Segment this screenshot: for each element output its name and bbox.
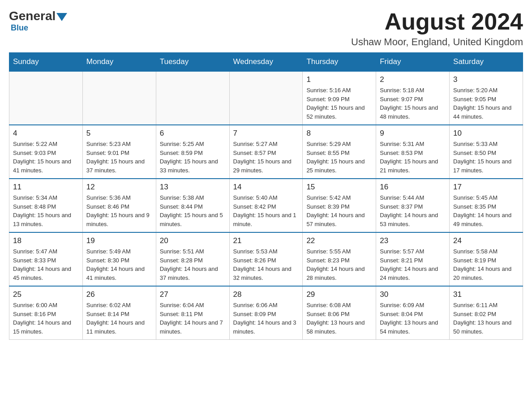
day-number: 8 bbox=[306, 129, 372, 138]
calendar-day-cell: 3Sunrise: 5:20 AMSunset: 9:05 PMDaylight… bbox=[450, 71, 523, 125]
day-number: 9 bbox=[380, 129, 446, 138]
day-number: 26 bbox=[86, 290, 152, 299]
day-info: Sunrise: 6:02 AMSunset: 8:14 PMDaylight:… bbox=[86, 301, 152, 336]
calendar-day-cell: 22Sunrise: 5:55 AMSunset: 8:23 PMDayligh… bbox=[303, 232, 376, 286]
day-number: 28 bbox=[233, 290, 299, 299]
location-text: Ushaw Moor, England, United Kingdom bbox=[351, 36, 523, 48]
day-info: Sunrise: 5:49 AMSunset: 8:30 PMDaylight:… bbox=[86, 247, 152, 282]
day-number: 25 bbox=[13, 290, 79, 299]
day-info: Sunrise: 5:33 AMSunset: 8:50 PMDaylight:… bbox=[453, 140, 519, 175]
logo: General Blue bbox=[9, 9, 68, 33]
day-info: Sunrise: 6:11 AMSunset: 8:02 PMDaylight:… bbox=[453, 301, 519, 336]
day-number: 15 bbox=[306, 183, 372, 192]
day-number: 5 bbox=[86, 129, 152, 138]
logo-general-text: General bbox=[9, 9, 56, 23]
day-info: Sunrise: 5:31 AMSunset: 8:53 PMDaylight:… bbox=[380, 140, 446, 175]
calendar-day-cell: 27Sunrise: 6:04 AMSunset: 8:11 PMDayligh… bbox=[156, 286, 229, 340]
month-title: August 2024 bbox=[351, 9, 523, 34]
logo-triangle-icon bbox=[56, 13, 67, 21]
day-number: 31 bbox=[453, 290, 519, 299]
calendar-day-cell: 21Sunrise: 5:53 AMSunset: 8:26 PMDayligh… bbox=[229, 232, 303, 286]
day-number: 24 bbox=[453, 236, 519, 245]
calendar-day-cell bbox=[229, 71, 303, 125]
day-info: Sunrise: 6:08 AMSunset: 8:06 PMDaylight:… bbox=[306, 301, 372, 336]
calendar-week-row: 1Sunrise: 5:16 AMSunset: 9:09 PMDaylight… bbox=[9, 71, 523, 125]
calendar-day-cell: 8Sunrise: 5:29 AMSunset: 8:55 PMDaylight… bbox=[303, 125, 376, 179]
day-number: 16 bbox=[380, 183, 446, 192]
calendar-day-cell: 17Sunrise: 5:45 AMSunset: 8:35 PMDayligh… bbox=[450, 179, 523, 232]
day-info: Sunrise: 6:00 AMSunset: 8:16 PMDaylight:… bbox=[13, 301, 79, 336]
day-info: Sunrise: 5:20 AMSunset: 9:05 PMDaylight:… bbox=[453, 86, 519, 121]
calendar-day-cell: 15Sunrise: 5:42 AMSunset: 8:39 PMDayligh… bbox=[303, 179, 376, 232]
calendar-week-row: 4Sunrise: 5:22 AMSunset: 9:03 PMDaylight… bbox=[9, 125, 523, 179]
header-sunday: Sunday bbox=[9, 53, 83, 72]
calendar-header-row: Sunday Monday Tuesday Wednesday Thursday… bbox=[9, 53, 523, 72]
calendar-week-row: 18Sunrise: 5:47 AMSunset: 8:33 PMDayligh… bbox=[9, 232, 523, 286]
calendar-day-cell: 31Sunrise: 6:11 AMSunset: 8:02 PMDayligh… bbox=[450, 286, 523, 340]
day-info: Sunrise: 5:27 AMSunset: 8:57 PMDaylight:… bbox=[233, 140, 299, 175]
header-wednesday: Wednesday bbox=[229, 53, 303, 72]
header-monday: Monday bbox=[82, 53, 156, 72]
header-saturday: Saturday bbox=[450, 53, 523, 72]
calendar-day-cell: 6Sunrise: 5:25 AMSunset: 8:59 PMDaylight… bbox=[156, 125, 229, 179]
calendar-day-cell: 13Sunrise: 5:38 AMSunset: 8:44 PMDayligh… bbox=[156, 179, 229, 232]
day-number: 6 bbox=[160, 129, 226, 138]
calendar-day-cell bbox=[82, 71, 156, 125]
day-info: Sunrise: 5:58 AMSunset: 8:19 PMDaylight:… bbox=[453, 247, 519, 282]
calendar-day-cell: 24Sunrise: 5:58 AMSunset: 8:19 PMDayligh… bbox=[450, 232, 523, 286]
calendar-day-cell: 10Sunrise: 5:33 AMSunset: 8:50 PMDayligh… bbox=[450, 125, 523, 179]
logo-blue-text: Blue bbox=[11, 23, 68, 33]
day-number: 23 bbox=[380, 236, 446, 245]
calendar-day-cell: 4Sunrise: 5:22 AMSunset: 9:03 PMDaylight… bbox=[9, 125, 83, 179]
day-number: 30 bbox=[380, 290, 446, 299]
title-section: August 2024 Ushaw Moor, England, United … bbox=[351, 9, 523, 48]
day-number: 18 bbox=[13, 236, 79, 245]
calendar-table: Sunday Monday Tuesday Wednesday Thursday… bbox=[9, 52, 523, 340]
header-thursday: Thursday bbox=[303, 53, 376, 72]
day-info: Sunrise: 5:23 AMSunset: 9:01 PMDaylight:… bbox=[86, 140, 152, 175]
day-number: 20 bbox=[160, 236, 226, 245]
day-info: Sunrise: 5:34 AMSunset: 8:48 PMDaylight:… bbox=[13, 193, 79, 228]
day-info: Sunrise: 5:42 AMSunset: 8:39 PMDaylight:… bbox=[306, 193, 372, 228]
day-info: Sunrise: 5:47 AMSunset: 8:33 PMDaylight:… bbox=[13, 247, 79, 282]
calendar-day-cell: 9Sunrise: 5:31 AMSunset: 8:53 PMDaylight… bbox=[376, 125, 450, 179]
header-tuesday: Tuesday bbox=[156, 53, 229, 72]
calendar-day-cell: 20Sunrise: 5:51 AMSunset: 8:28 PMDayligh… bbox=[156, 232, 229, 286]
day-info: Sunrise: 5:18 AMSunset: 9:07 PMDaylight:… bbox=[380, 86, 446, 121]
day-number: 11 bbox=[13, 183, 79, 192]
day-number: 13 bbox=[160, 183, 226, 192]
calendar-day-cell: 19Sunrise: 5:49 AMSunset: 8:30 PMDayligh… bbox=[82, 232, 156, 286]
calendar-day-cell: 30Sunrise: 6:09 AMSunset: 8:04 PMDayligh… bbox=[376, 286, 450, 340]
day-info: Sunrise: 5:25 AMSunset: 8:59 PMDaylight:… bbox=[160, 140, 226, 175]
calendar-day-cell: 1Sunrise: 5:16 AMSunset: 9:09 PMDaylight… bbox=[303, 71, 376, 125]
day-info: Sunrise: 5:53 AMSunset: 8:26 PMDaylight:… bbox=[233, 247, 299, 282]
day-info: Sunrise: 6:09 AMSunset: 8:04 PMDaylight:… bbox=[380, 301, 446, 336]
day-info: Sunrise: 5:45 AMSunset: 8:35 PMDaylight:… bbox=[453, 193, 519, 228]
day-info: Sunrise: 5:55 AMSunset: 8:23 PMDaylight:… bbox=[306, 247, 372, 282]
day-info: Sunrise: 6:06 AMSunset: 8:09 PMDaylight:… bbox=[233, 301, 299, 336]
day-info: Sunrise: 5:36 AMSunset: 8:46 PMDaylight:… bbox=[86, 193, 152, 228]
day-number: 29 bbox=[306, 290, 372, 299]
day-info: Sunrise: 5:22 AMSunset: 9:03 PMDaylight:… bbox=[13, 140, 79, 175]
calendar-day-cell: 5Sunrise: 5:23 AMSunset: 9:01 PMDaylight… bbox=[82, 125, 156, 179]
calendar-day-cell: 26Sunrise: 6:02 AMSunset: 8:14 PMDayligh… bbox=[82, 286, 156, 340]
day-info: Sunrise: 5:16 AMSunset: 9:09 PMDaylight:… bbox=[306, 86, 372, 121]
calendar-day-cell: 23Sunrise: 5:57 AMSunset: 8:21 PMDayligh… bbox=[376, 232, 450, 286]
day-number: 10 bbox=[453, 129, 519, 138]
calendar-day-cell: 12Sunrise: 5:36 AMSunset: 8:46 PMDayligh… bbox=[82, 179, 156, 232]
day-number: 19 bbox=[86, 236, 152, 245]
calendar-week-row: 11Sunrise: 5:34 AMSunset: 8:48 PMDayligh… bbox=[9, 179, 523, 232]
day-info: Sunrise: 5:57 AMSunset: 8:21 PMDaylight:… bbox=[380, 247, 446, 282]
header-friday: Friday bbox=[376, 53, 450, 72]
day-number: 27 bbox=[160, 290, 226, 299]
calendar-day-cell bbox=[156, 71, 229, 125]
calendar-day-cell: 29Sunrise: 6:08 AMSunset: 8:06 PMDayligh… bbox=[303, 286, 376, 340]
day-info: Sunrise: 6:04 AMSunset: 8:11 PMDaylight:… bbox=[160, 301, 226, 336]
day-number: 21 bbox=[233, 236, 299, 245]
day-number: 12 bbox=[86, 183, 152, 192]
day-info: Sunrise: 5:44 AMSunset: 8:37 PMDaylight:… bbox=[380, 193, 446, 228]
calendar-day-cell: 25Sunrise: 6:00 AMSunset: 8:16 PMDayligh… bbox=[9, 286, 83, 340]
page-header: General Blue August 2024 Ushaw Moor, Eng… bbox=[9, 9, 523, 48]
day-number: 2 bbox=[380, 75, 446, 84]
calendar-day-cell: 11Sunrise: 5:34 AMSunset: 8:48 PMDayligh… bbox=[9, 179, 83, 232]
